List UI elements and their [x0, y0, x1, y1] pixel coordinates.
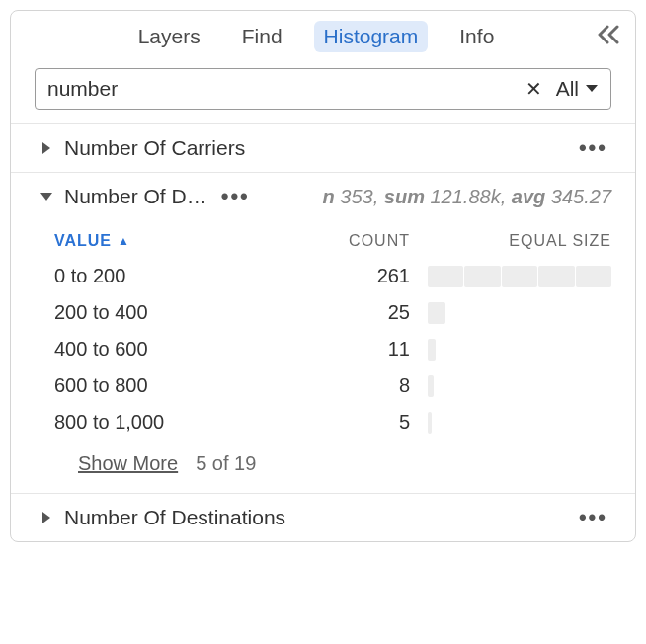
cell-count: 261	[291, 265, 410, 287]
section-title: Number Of Destinations	[64, 506, 285, 529]
panel-tabs: Layers Find Histogram Info	[11, 11, 635, 62]
search-input[interactable]	[47, 77, 512, 101]
cell-count: 8	[291, 374, 410, 397]
table-row[interactable]: 600 to 8008	[54, 367, 611, 404]
show-more-row: Show More 5 of 19	[54, 441, 611, 493]
cell-value: 800 to 1,000	[54, 411, 291, 434]
section-d: Number Of D… ••• n 353, sum 121.88k, avg…	[11, 172, 635, 493]
chevron-down-icon	[585, 84, 599, 94]
section-title: Number Of Carriers	[64, 136, 245, 160]
col-header-value[interactable]: VALUE ▲	[54, 232, 291, 250]
table-row[interactable]: 200 to 40025	[54, 294, 611, 331]
section-menu-button[interactable]: •••	[575, 137, 611, 159]
cell-value: 0 to 200	[54, 265, 291, 287]
table-row[interactable]: 400 to 60011	[54, 331, 611, 367]
cell-equal-size	[410, 375, 611, 397]
search-box: ✕ All	[35, 68, 611, 110]
section-stats: n 353, sum 121.88k, avg 345.27	[323, 186, 611, 208]
histogram-panel: Layers Find Histogram Info ✕ All	[10, 10, 636, 542]
cell-equal-size	[410, 412, 611, 434]
tab-find[interactable]: Find	[232, 21, 292, 52]
section-header-d[interactable]: Number Of D… ••• n 353, sum 121.88k, avg…	[11, 173, 635, 220]
cell-equal-size	[410, 266, 611, 287]
tab-info[interactable]: Info	[449, 21, 504, 52]
col-header-equal-size[interactable]: EQUAL SIZE	[410, 232, 611, 250]
cell-value: 400 to 600	[54, 338, 291, 361]
sort-asc-icon: ▲	[118, 234, 130, 248]
page-info: 5 of 19	[196, 452, 256, 475]
search-row: ✕ All	[11, 62, 635, 123]
cell-count: 25	[291, 301, 410, 324]
clear-search-icon[interactable]: ✕	[522, 79, 546, 99]
col-header-count[interactable]: COUNT	[291, 232, 410, 250]
section-header-destinations[interactable]: Number Of Destinations •••	[11, 494, 635, 541]
filter-label: All	[556, 77, 579, 101]
section-title: Number Of D…	[64, 185, 207, 208]
section-menu-button[interactable]: •••	[575, 507, 611, 528]
table-row[interactable]: 0 to 200261	[54, 258, 611, 294]
table-header: VALUE ▲ COUNT EQUAL SIZE	[54, 224, 611, 258]
show-more-link[interactable]: Show More	[78, 452, 178, 475]
cell-value: 600 to 800	[54, 374, 291, 397]
tab-layers[interactable]: Layers	[128, 21, 210, 52]
section-carriers: Number Of Carriers •••	[11, 123, 635, 172]
cell-count: 5	[291, 411, 410, 434]
filter-select[interactable]: All	[556, 77, 599, 101]
disclosure-right-icon	[39, 511, 54, 524]
cell-equal-size	[410, 339, 611, 361]
disclosure-down-icon	[39, 191, 54, 202]
disclosure-right-icon	[39, 141, 54, 155]
cell-equal-size	[410, 302, 611, 324]
tab-histogram[interactable]: Histogram	[314, 21, 429, 52]
section-destinations: Number Of Destinations •••	[11, 493, 635, 541]
section-menu-button[interactable]: •••	[217, 186, 254, 207]
cell-count: 11	[291, 338, 410, 361]
cell-value: 200 to 400	[54, 301, 291, 324]
histogram-table: VALUE ▲ COUNT EQUAL SIZE 0 to 200261200 …	[11, 220, 635, 493]
table-row[interactable]: 800 to 1,0005	[54, 404, 611, 441]
section-header-carriers[interactable]: Number Of Carriers •••	[11, 124, 635, 172]
collapse-panel-icon[interactable]	[596, 25, 621, 48]
